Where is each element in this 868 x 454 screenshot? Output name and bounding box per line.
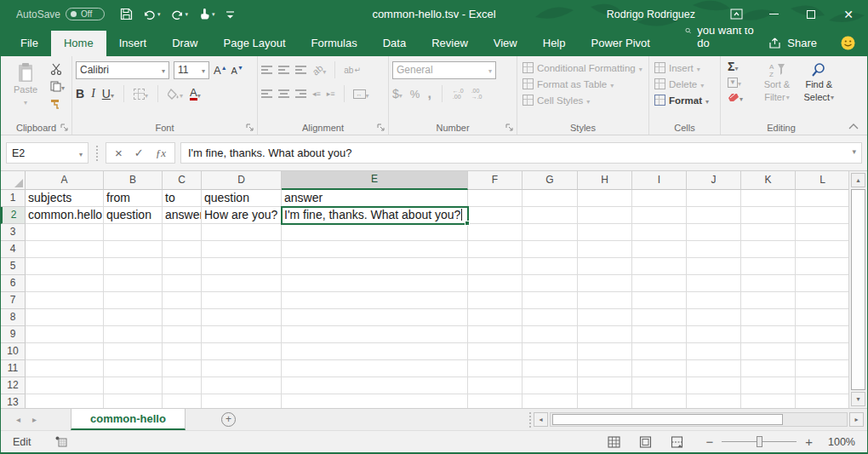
cell-D12[interactable] <box>202 377 282 394</box>
cell-E9[interactable] <box>282 326 468 343</box>
cell-C12[interactable] <box>163 377 202 394</box>
merge-center-button[interactable]: ↔ <box>353 88 369 101</box>
cell-B8[interactable] <box>104 309 163 326</box>
cell-L4[interactable] <box>796 241 848 258</box>
cell-C13[interactable] <box>163 394 202 408</box>
insert-function-button[interactable]: ƒx <box>156 147 166 160</box>
cell-G8[interactable] <box>523 309 578 326</box>
page-break-preview-button[interactable] <box>671 436 683 448</box>
cell-A7[interactable] <box>26 292 104 309</box>
cell-K13[interactable] <box>741 394 796 408</box>
cell-D3[interactable] <box>202 224 282 241</box>
column-header-B[interactable]: B <box>104 171 163 190</box>
cell-G7[interactable] <box>523 292 578 309</box>
fill-handle[interactable] <box>465 221 470 226</box>
redo-button[interactable]: ▾ <box>168 7 192 21</box>
cell-B4[interactable] <box>104 241 163 258</box>
copy-button[interactable] <box>50 80 65 93</box>
new-sheet-button[interactable]: + <box>221 412 236 427</box>
tab-home[interactable]: Home <box>51 31 106 56</box>
align-right-button[interactable] <box>295 89 306 99</box>
fill-button[interactable]: ▼ <box>728 76 755 89</box>
column-header-F[interactable]: F <box>468 171 523 190</box>
cell-I4[interactable] <box>632 241 687 258</box>
cell-H10[interactable] <box>578 343 632 360</box>
cell-H13[interactable] <box>578 394 632 408</box>
format-cells-button[interactable]: Format <box>654 92 717 108</box>
cell-B13[interactable] <box>104 394 163 408</box>
cell-A13[interactable] <box>26 394 104 408</box>
clear-button[interactable] <box>728 91 755 104</box>
cell-A8[interactable] <box>26 309 104 326</box>
cell-J1[interactable] <box>687 190 741 207</box>
row-header-2[interactable]: 2 <box>1 207 26 224</box>
cell-K5[interactable] <box>741 258 796 275</box>
column-header-I[interactable]: I <box>632 171 687 190</box>
cell-L13[interactable] <box>796 394 848 408</box>
autosum-button[interactable]: Σ <box>728 60 755 73</box>
font-color-button[interactable]: A <box>190 88 201 101</box>
cell-I12[interactable] <box>632 377 687 394</box>
maximize-button[interactable] <box>792 0 830 28</box>
orientation-button[interactable]: ab <box>312 64 326 77</box>
column-header-K[interactable]: K <box>741 171 796 190</box>
alignment-dialog-launcher[interactable] <box>377 124 386 133</box>
zoom-level[interactable]: 100% <box>825 436 855 448</box>
zoom-in-button[interactable]: + <box>805 434 813 449</box>
cell-D8[interactable] <box>202 309 282 326</box>
cell-E8[interactable] <box>282 309 468 326</box>
merge-center-dropdown-icon[interactable] <box>366 88 369 101</box>
cell-C6[interactable] <box>163 275 202 292</box>
formula-bar-separator[interactable] <box>96 146 98 161</box>
cell-H9[interactable] <box>578 326 632 343</box>
cell-E13[interactable] <box>282 394 468 408</box>
cell-A10[interactable] <box>26 343 104 360</box>
cell-F5[interactable] <box>468 258 523 275</box>
cell-A3[interactable] <box>26 224 104 241</box>
horizontal-scrollbar-track[interactable] <box>550 412 848 427</box>
find-select-button[interactable]: Find & Select <box>799 60 839 104</box>
cell-H3[interactable] <box>578 224 632 241</box>
cell-E2[interactable]: I'm fine, thanks. What about you? <box>282 207 468 224</box>
cell-K7[interactable] <box>741 292 796 309</box>
cell-E10[interactable] <box>282 343 468 360</box>
cell-H5[interactable] <box>578 258 632 275</box>
zoom-slider-thumb[interactable] <box>757 436 762 447</box>
comma-style-button[interactable]: , <box>427 86 431 101</box>
cell-F1[interactable] <box>468 190 523 207</box>
cell-J12[interactable] <box>687 377 741 394</box>
column-header-E[interactable]: E <box>282 171 468 190</box>
normal-view-button[interactable] <box>608 436 620 448</box>
font-size-select[interactable]: 11 <box>174 61 209 79</box>
cell-D5[interactable] <box>202 258 282 275</box>
cell-I2[interactable] <box>632 207 687 224</box>
copy-dropdown-icon[interactable] <box>61 80 65 93</box>
cell-K8[interactable] <box>741 309 796 326</box>
cell-F10[interactable] <box>468 343 523 360</box>
font-dialog-launcher[interactable] <box>246 124 255 133</box>
row-header-5[interactable]: 5 <box>1 258 26 275</box>
cell-F6[interactable] <box>468 275 523 292</box>
cancel-button[interactable]: × <box>115 146 123 160</box>
redo-dropdown-icon[interactable]: ▾ <box>186 11 189 18</box>
cell-G5[interactable] <box>523 258 578 275</box>
cell-H8[interactable] <box>578 309 632 326</box>
cell-J11[interactable] <box>687 360 741 377</box>
formula-input[interactable]: I'm fine, thanks. What about you? ▾ <box>180 142 862 164</box>
cell-J5[interactable] <box>687 258 741 275</box>
tab-page-layout[interactable]: Page Layout <box>211 31 299 56</box>
cell-K12[interactable] <box>741 377 796 394</box>
tab-data[interactable]: Data <box>370 31 419 56</box>
scroll-left-icon[interactable]: ◂ <box>534 412 548 427</box>
scroll-up-icon[interactable]: ▴ <box>851 173 865 187</box>
cell-J9[interactable] <box>687 326 741 343</box>
italic-button[interactable]: I <box>91 87 95 101</box>
cell-K1[interactable] <box>741 190 796 207</box>
row-header-1[interactable]: 1 <box>1 190 26 207</box>
cell-H11[interactable] <box>578 360 632 377</box>
cell-L2[interactable] <box>796 207 848 224</box>
vertical-scrollbar[interactable]: ▴ ▾ <box>848 171 867 408</box>
cell-C11[interactable] <box>163 360 202 377</box>
cell-F2[interactable] <box>468 207 523 224</box>
cell-L7[interactable] <box>796 292 848 309</box>
